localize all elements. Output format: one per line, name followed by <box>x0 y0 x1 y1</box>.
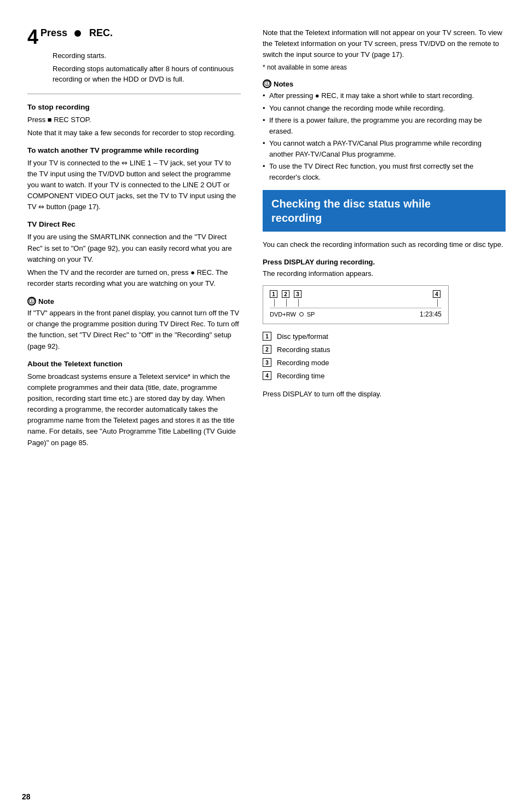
note-single-section: ⓘ Note If "TV" appears in the front pane… <box>27 297 241 352</box>
dvd-rw-label: DVD+RW <box>270 311 296 318</box>
highlight-title: Checking the disc status while recording <box>271 197 497 225</box>
tv-direct-rec-section: TV Direct Rec If you are using the SMART… <box>27 220 241 289</box>
not-available-note: * not available in some areas <box>263 62 506 73</box>
item-num-3: 3 <box>263 358 271 367</box>
notes-item-1: You cannot change the recording mode whi… <box>263 103 506 114</box>
diag-num-1: 1 <box>270 290 277 298</box>
stop-recording-heading: To stop recording <box>27 103 241 111</box>
recording-starts: Recording starts. <box>53 50 241 61</box>
item-label-4: Recording time <box>277 372 324 380</box>
list-item-4: 4 Recording time <box>263 371 506 380</box>
page-number: 28 <box>22 792 31 801</box>
notes-list: After pressing ● REC, it may take a shor… <box>263 90 506 182</box>
teletext-section: About the Teletext function Some broadca… <box>27 360 241 448</box>
list-item-3: 3 Recording mode <box>263 358 506 367</box>
section-intro: You can check the recording information … <box>263 239 506 250</box>
notes-title: ⓘ Notes <box>263 79 506 88</box>
item-label-2: Recording status <box>277 345 330 354</box>
watch-tv-section: To watch another TV programme while reco… <box>27 146 241 213</box>
note-single-body: If "TV" appears in the front panel displ… <box>27 308 241 352</box>
diag-time: 1:23:45 <box>420 310 442 318</box>
list-item-2: 2 Recording status <box>263 345 506 354</box>
note-single-label: Note <box>38 297 54 306</box>
notes-item-0: After pressing ● REC, it may take a shor… <box>263 90 506 101</box>
diag-num-2: 2 <box>282 290 289 298</box>
notes-item-4: To use the TV Direct Rec function, you m… <box>263 161 506 182</box>
step-body: Recording starts. Recording stops automa… <box>53 50 241 85</box>
stop-rec-line2: Note that it may take a few seconds for … <box>27 128 241 139</box>
step-4-header: 4 Press REC. <box>27 27 241 47</box>
tv-direct-rec-body2: When the TV and the recorder are turned … <box>27 267 241 289</box>
item-num-4: 4 <box>263 371 271 380</box>
right-top-line1: Note that the Teletext information will … <box>263 27 506 60</box>
note-single-title: ⓘ Note <box>27 297 241 306</box>
rec-circle-icon <box>74 30 81 37</box>
notes-item-2: If there is a power failure, the program… <box>263 115 506 136</box>
notes-item-3: You cannot watch a PAY-TV/Canal Plus pro… <box>263 138 506 159</box>
tv-direct-rec-body: If you are using the SMARTLINK connectio… <box>27 232 241 289</box>
item-label-3: Recording mode <box>277 359 329 367</box>
notes-box: ⓘ Notes After pressing ● REC, it may tak… <box>263 79 506 182</box>
items-list: 1 Disc type/format 2 Recording status 3 … <box>263 332 506 380</box>
note-icon: ⓘ <box>27 297 36 306</box>
watch-tv-body: If your TV is connected to the ⇔ LINE 1 … <box>27 158 241 213</box>
press-label: Press <box>40 27 67 39</box>
list-item-1: 1 Disc type/format <box>263 332 506 341</box>
stop-recording-body: Press ■ REC STOP. Note that it may take … <box>27 114 241 139</box>
step-title: Press REC. <box>40 27 113 39</box>
right-top-text: Note that the Teletext information will … <box>263 27 506 73</box>
step-number: 4 <box>27 27 38 47</box>
teletext-heading: About the Teletext function <box>27 360 241 368</box>
diag-num-3: 3 <box>294 290 301 298</box>
divider <box>27 94 241 94</box>
rec-text: REC. <box>89 27 113 39</box>
recording-stops: Recording stops automatically after 8 ho… <box>53 64 241 85</box>
diag-num-4: 4 <box>433 290 440 298</box>
sp-label: SP <box>307 311 315 318</box>
tv-direct-rec-heading: TV Direct Rec <box>27 220 241 228</box>
item-num-2: 2 <box>263 345 271 354</box>
circle-indicator <box>299 312 304 316</box>
highlight-box: Checking the disc status while recording <box>263 190 506 232</box>
highlight-title-line1: Checking the disc status while <box>271 198 431 210</box>
stop-rec-line1: Press ■ REC STOP. <box>27 114 241 125</box>
watch-tv-heading: To watch another TV programme while reco… <box>27 146 241 154</box>
diag-left: DVD+RW SP <box>270 310 315 318</box>
item-label-1: Disc type/format <box>277 332 328 341</box>
stop-recording-section: To stop recording Press ■ REC STOP. Note… <box>27 103 241 139</box>
diag-bottom: DVD+RW SP 1:23:45 <box>270 308 442 318</box>
highlight-title-line2: recording <box>271 212 322 224</box>
notes-label: Notes <box>274 80 293 88</box>
notes-icon: ⓘ <box>263 79 271 88</box>
press-display-off: Press DISPLAY to turn off the display. <box>263 389 506 400</box>
display-diagram: 1 2 3 4 <box>263 285 449 324</box>
press-display-heading: Press DISPLAY during recording. <box>263 258 506 266</box>
tv-direct-rec-body1: If you are using the SMARTLINK connectio… <box>27 232 241 264</box>
recording-info-appears: The recording information appears. <box>263 269 506 278</box>
item-num-1: 1 <box>263 332 271 341</box>
teletext-body: Some broadcast systems ensure a Teletext… <box>27 371 241 448</box>
